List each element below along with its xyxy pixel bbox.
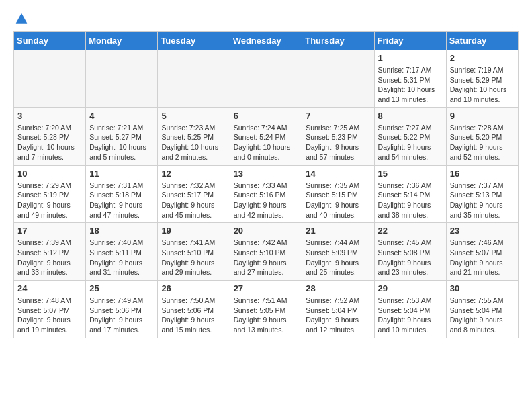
calendar-day: 17Sunrise: 7:39 AMSunset: 5:12 PMDayligh… — [14, 223, 86, 281]
calendar-day — [230, 50, 302, 108]
calendar-day: 28Sunrise: 7:52 AMSunset: 5:04 PMDayligh… — [302, 281, 374, 338]
day-number: 2 — [450, 53, 515, 63]
day-number: 18 — [89, 226, 154, 236]
day-info: Sunrise: 7:19 AMSunset: 5:29 PMDaylight:… — [450, 65, 515, 105]
day-info: Sunrise: 7:49 AMSunset: 5:06 PMDaylight:… — [89, 295, 154, 335]
calendar-day: 22Sunrise: 7:45 AMSunset: 5:08 PMDayligh… — [374, 223, 446, 281]
day-info: Sunrise: 7:27 AMSunset: 5:22 PMDaylight:… — [378, 123, 443, 163]
day-number: 20 — [234, 226, 299, 236]
day-number: 9 — [450, 111, 515, 121]
day-info: Sunrise: 7:48 AMSunset: 5:07 PMDaylight:… — [17, 295, 82, 335]
day-info: Sunrise: 7:17 AMSunset: 5:31 PMDaylight:… — [378, 65, 443, 105]
calendar-day: 11Sunrise: 7:31 AMSunset: 5:18 PMDayligh… — [86, 165, 158, 223]
calendar-day: 2Sunrise: 7:19 AMSunset: 5:29 PMDaylight… — [446, 50, 518, 108]
day-number: 30 — [450, 283, 515, 293]
day-info: Sunrise: 7:42 AMSunset: 5:10 PMDaylight:… — [234, 238, 299, 277]
day-number: 1 — [378, 53, 443, 63]
logo — [13, 13, 28, 24]
day-info: Sunrise: 7:32 AMSunset: 5:17 PMDaylight:… — [161, 181, 226, 220]
day-number: 17 — [17, 226, 82, 236]
day-number: 4 — [89, 111, 154, 121]
calendar-day: 8Sunrise: 7:27 AMSunset: 5:22 PMDaylight… — [374, 107, 446, 165]
page-header — [13, 13, 519, 24]
day-number: 22 — [378, 226, 443, 236]
day-info: Sunrise: 7:45 AMSunset: 5:08 PMDaylight:… — [378, 238, 443, 277]
calendar-day: 7Sunrise: 7:25 AMSunset: 5:23 PMDaylight… — [302, 107, 374, 165]
day-info: Sunrise: 7:46 AMSunset: 5:07 PMDaylight:… — [450, 238, 515, 277]
day-info: Sunrise: 7:51 AMSunset: 5:05 PMDaylight:… — [234, 295, 299, 335]
calendar-day: 1Sunrise: 7:17 AMSunset: 5:31 PMDaylight… — [374, 50, 446, 108]
calendar-day: 15Sunrise: 7:36 AMSunset: 5:14 PMDayligh… — [374, 165, 446, 223]
day-number: 10 — [17, 169, 82, 179]
day-info: Sunrise: 7:28 AMSunset: 5:20 PMDaylight:… — [450, 123, 515, 163]
calendar-day — [302, 50, 374, 108]
calendar-week-3: 10Sunrise: 7:29 AMSunset: 5:19 PMDayligh… — [14, 165, 519, 223]
day-info: Sunrise: 7:41 AMSunset: 5:10 PMDaylight:… — [161, 238, 226, 277]
weekday-header-saturday: Saturday — [446, 32, 518, 50]
calendar-day: 26Sunrise: 7:50 AMSunset: 5:06 PMDayligh… — [158, 281, 230, 338]
calendar-day — [86, 50, 158, 108]
day-info: Sunrise: 7:29 AMSunset: 5:19 PMDaylight:… — [17, 181, 82, 220]
day-info: Sunrise: 7:40 AMSunset: 5:11 PMDaylight:… — [89, 238, 154, 277]
calendar-day: 29Sunrise: 7:53 AMSunset: 5:04 PMDayligh… — [374, 281, 446, 338]
day-info: Sunrise: 7:33 AMSunset: 5:16 PMDaylight:… — [234, 181, 299, 220]
calendar-day: 9Sunrise: 7:28 AMSunset: 5:20 PMDaylight… — [446, 107, 518, 165]
day-number: 27 — [234, 283, 299, 293]
day-info: Sunrise: 7:36 AMSunset: 5:14 PMDaylight:… — [378, 181, 443, 220]
day-number: 28 — [306, 283, 370, 293]
weekday-header-thursday: Thursday — [302, 32, 374, 50]
day-number: 15 — [378, 169, 443, 179]
day-info: Sunrise: 7:37 AMSunset: 5:13 PMDaylight:… — [450, 181, 515, 220]
day-number: 16 — [450, 169, 515, 179]
day-number: 14 — [306, 169, 370, 179]
day-number: 11 — [89, 169, 154, 179]
day-number: 19 — [161, 226, 226, 236]
day-info: Sunrise: 7:35 AMSunset: 5:15 PMDaylight:… — [306, 181, 370, 220]
calendar-day: 14Sunrise: 7:35 AMSunset: 5:15 PMDayligh… — [302, 165, 374, 223]
day-info: Sunrise: 7:52 AMSunset: 5:04 PMDaylight:… — [306, 295, 370, 335]
calendar-day: 4Sunrise: 7:21 AMSunset: 5:27 PMDaylight… — [86, 107, 158, 165]
calendar-day: 20Sunrise: 7:42 AMSunset: 5:10 PMDayligh… — [230, 223, 302, 281]
calendar-week-4: 17Sunrise: 7:39 AMSunset: 5:12 PMDayligh… — [14, 223, 519, 281]
day-info: Sunrise: 7:53 AMSunset: 5:04 PMDaylight:… — [378, 295, 443, 335]
calendar-day: 27Sunrise: 7:51 AMSunset: 5:05 PMDayligh… — [230, 281, 302, 338]
calendar-table: SundayMondayTuesdayWednesdayThursdayFrid… — [13, 31, 519, 338]
day-info: Sunrise: 7:20 AMSunset: 5:28 PMDaylight:… — [17, 123, 82, 163]
calendar-day: 24Sunrise: 7:48 AMSunset: 5:07 PMDayligh… — [14, 281, 86, 338]
day-number: 21 — [306, 226, 370, 236]
calendar-day: 19Sunrise: 7:41 AMSunset: 5:10 PMDayligh… — [158, 223, 230, 281]
calendar-day: 21Sunrise: 7:44 AMSunset: 5:09 PMDayligh… — [302, 223, 374, 281]
svg-marker-0 — [16, 13, 28, 24]
calendar-week-2: 3Sunrise: 7:20 AMSunset: 5:28 PMDaylight… — [14, 107, 519, 165]
day-number: 25 — [89, 283, 154, 293]
calendar-day: 18Sunrise: 7:40 AMSunset: 5:11 PMDayligh… — [86, 223, 158, 281]
calendar-day: 30Sunrise: 7:55 AMSunset: 5:04 PMDayligh… — [446, 281, 518, 338]
day-info: Sunrise: 7:50 AMSunset: 5:06 PMDaylight:… — [161, 295, 226, 335]
calendar-week-5: 24Sunrise: 7:48 AMSunset: 5:07 PMDayligh… — [14, 281, 519, 338]
day-info: Sunrise: 7:25 AMSunset: 5:23 PMDaylight:… — [306, 123, 370, 163]
day-info: Sunrise: 7:39 AMSunset: 5:12 PMDaylight:… — [17, 238, 82, 277]
weekday-header-monday: Monday — [86, 32, 158, 50]
day-number: 12 — [161, 169, 226, 179]
day-number: 13 — [234, 169, 299, 179]
day-number: 8 — [378, 111, 443, 121]
calendar-day: 3Sunrise: 7:20 AMSunset: 5:28 PMDaylight… — [14, 107, 86, 165]
day-info: Sunrise: 7:31 AMSunset: 5:18 PMDaylight:… — [89, 181, 154, 220]
day-number: 6 — [234, 111, 299, 121]
calendar-day: 6Sunrise: 7:24 AMSunset: 5:24 PMDaylight… — [230, 107, 302, 165]
day-info: Sunrise: 7:44 AMSunset: 5:09 PMDaylight:… — [306, 238, 370, 277]
day-number: 26 — [161, 283, 226, 293]
calendar-day: 16Sunrise: 7:37 AMSunset: 5:13 PMDayligh… — [446, 165, 518, 223]
day-info: Sunrise: 7:21 AMSunset: 5:27 PMDaylight:… — [89, 123, 154, 163]
calendar-day: 5Sunrise: 7:23 AMSunset: 5:25 PMDaylight… — [158, 107, 230, 165]
day-info: Sunrise: 7:23 AMSunset: 5:25 PMDaylight:… — [161, 123, 226, 163]
calendar-week-1: 1Sunrise: 7:17 AMSunset: 5:31 PMDaylight… — [14, 50, 519, 108]
day-info: Sunrise: 7:24 AMSunset: 5:24 PMDaylight:… — [234, 123, 299, 163]
logo-icon — [15, 12, 28, 26]
calendar-day — [14, 50, 86, 108]
calendar-day: 12Sunrise: 7:32 AMSunset: 5:17 PMDayligh… — [158, 165, 230, 223]
day-number: 3 — [17, 111, 82, 121]
calendar-day — [158, 50, 230, 108]
weekday-header-friday: Friday — [374, 32, 446, 50]
weekday-header-tuesday: Tuesday — [158, 32, 230, 50]
